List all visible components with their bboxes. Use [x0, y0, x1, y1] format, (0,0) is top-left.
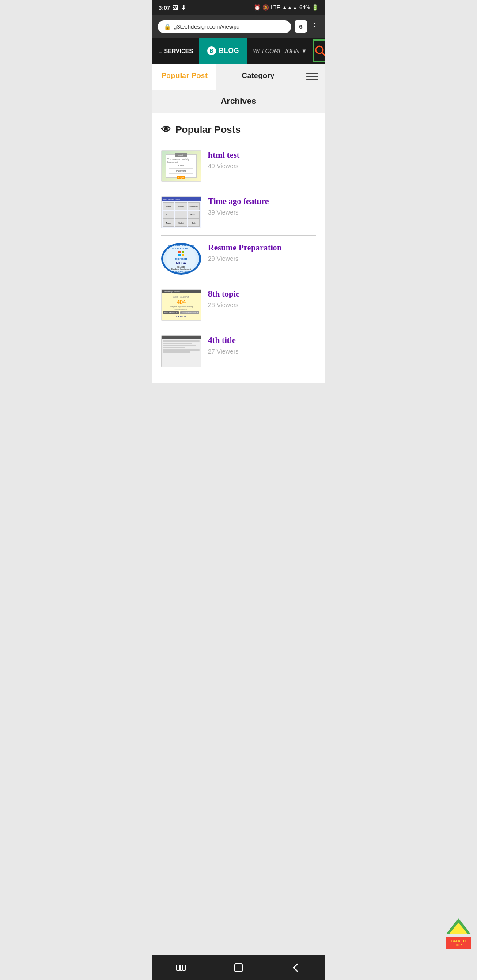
- menu-icon-button[interactable]: [300, 64, 325, 90]
- lte-label: LTE: [271, 4, 280, 11]
- tab-category[interactable]: Category: [216, 64, 300, 90]
- post-item: g3techdesign.com/test... OPP... 404 NOT …: [161, 289, 316, 328]
- post-info-2: Time ago feature 39 Viewers: [208, 196, 316, 216]
- photo-icon: 🖼: [173, 4, 178, 11]
- tab-count-badge[interactable]: 6: [295, 20, 307, 33]
- post-title-2[interactable]: Time ago feature: [208, 196, 316, 206]
- menu-line-2: [306, 76, 318, 77]
- url-input-area[interactable]: 🔒 g3techdesign.com/viewpc: [158, 20, 291, 33]
- divider: [161, 143, 316, 143]
- menu-lines-icon: ≡: [159, 48, 162, 54]
- section-title-text: Popular Posts: [175, 124, 241, 136]
- archives-row: Archives: [152, 90, 325, 113]
- thumb-mcsa-img: MICROSOFT CERTIFIED PROFESSIONAL Microso…: [161, 243, 201, 275]
- post-title-5[interactable]: 4th title: [208, 335, 316, 345]
- section-title: 👁 Popular Posts: [161, 124, 316, 136]
- dropdown-icon: ▼: [301, 48, 307, 54]
- post-viewers-5: 27 Viewers: [208, 348, 316, 355]
- post-thumb-5: [161, 335, 201, 367]
- post-thumb-3: MICROSOFT CERTIFIED PROFESSIONAL Microso…: [161, 243, 201, 275]
- thumb-404-img: g3techdesign.com/test... OPP... 404 NOT …: [161, 289, 201, 321]
- post-item: MICROSOFT CERTIFIED PROFESSIONAL Microso…: [161, 243, 316, 282]
- post-thumb-1: Login You have successfully logged out E…: [161, 150, 201, 182]
- lock-icon: 🔒: [164, 23, 171, 30]
- post-viewers-1: 49 Viewers: [208, 162, 316, 170]
- post-title-1[interactable]: html test: [208, 150, 316, 160]
- post-item: Login You have successfully logged out E…: [161, 150, 316, 189]
- nav-welcome-area[interactable]: WELCOME JOHN ▼: [247, 38, 311, 64]
- post-viewers-4: 28 Viewers: [208, 302, 316, 309]
- blog-icon: B: [207, 46, 216, 55]
- post-info-4: 8th topic 28 Viewers: [208, 289, 316, 309]
- thumb-login-img: Login You have successfully logged out E…: [161, 150, 201, 182]
- nav-blog-button[interactable]: B BLOG: [199, 38, 247, 64]
- battery-level: 64%: [299, 4, 310, 11]
- url-bar: 🔒 g3techdesign.com/viewpc 6 ⋮: [152, 15, 325, 38]
- signal-icon: ▲▲▲: [282, 4, 298, 11]
- post-title-4[interactable]: 8th topic: [208, 289, 316, 299]
- url-text: g3techdesign.com/viewpc: [174, 23, 239, 30]
- post-title-3[interactable]: Resume Preparation: [208, 243, 316, 253]
- post-info-5: 4th title 27 Viewers: [208, 335, 316, 355]
- tab-popular-label: Popular Post: [161, 72, 208, 80]
- status-bar: 3:07 🖼 ⬇ ⏰ 🔕 LTE ▲▲▲ 64% 🔋: [152, 0, 325, 15]
- main-content: 👁 Popular Posts Login You have successfu…: [152, 113, 325, 383]
- post-viewers-3: 29 Viewers: [208, 255, 316, 262]
- more-options-icon[interactable]: ⋮: [310, 21, 319, 32]
- search-icon: [314, 45, 325, 57]
- post-item: Home Display Topics Image Gallery Slides…: [161, 196, 316, 236]
- thumb-browser-img: [161, 335, 201, 367]
- services-label: SERVICES: [164, 48, 193, 54]
- nav-services-button[interactable]: ≡ SERVICES: [152, 38, 199, 64]
- username-label: JOHN: [284, 48, 299, 54]
- archives-label[interactable]: Archives: [221, 96, 256, 106]
- alarm-icon: ⏰: [254, 4, 261, 11]
- post-viewers-2: 39 Viewers: [208, 209, 316, 216]
- welcome-label: WELCOME: [253, 48, 282, 54]
- status-time-area: 3:07 🖼 ⬇: [159, 4, 186, 11]
- search-button[interactable]: [313, 39, 325, 62]
- nav-bar: ≡ SERVICES B BLOG WELCOME JOHN ▼: [152, 38, 325, 64]
- post-info-3: Resume Preparation 29 Viewers: [208, 243, 316, 262]
- svg-line-1: [322, 53, 325, 56]
- post-item: 4th title 27 Viewers: [161, 335, 316, 374]
- tab-category-label: Category: [242, 72, 275, 80]
- download-icon: ⬇: [181, 4, 186, 11]
- tabs-row: Popular Post Category: [152, 64, 325, 90]
- status-indicators: ⏰ 🔕 LTE ▲▲▲ 64% 🔋: [254, 4, 318, 11]
- post-info-1: html test 49 Viewers: [208, 150, 316, 170]
- battery-icon: 🔋: [312, 4, 318, 11]
- eye-icon: 👁: [161, 124, 171, 136]
- post-thumb-4: g3techdesign.com/test... OPP... 404 NOT …: [161, 289, 201, 321]
- thumb-grid-img: Home Display Topics Image Gallery Slides…: [161, 196, 201, 228]
- status-time: 3:07: [159, 4, 170, 11]
- post-thumb-2: Home Display Topics Image Gallery Slides…: [161, 196, 201, 228]
- tab-popular-post[interactable]: Popular Post: [152, 64, 216, 90]
- blog-label: BLOG: [219, 47, 239, 55]
- menu-line-1: [306, 73, 318, 74]
- menu-line-3: [306, 79, 318, 80]
- mute-icon: 🔕: [262, 4, 269, 11]
